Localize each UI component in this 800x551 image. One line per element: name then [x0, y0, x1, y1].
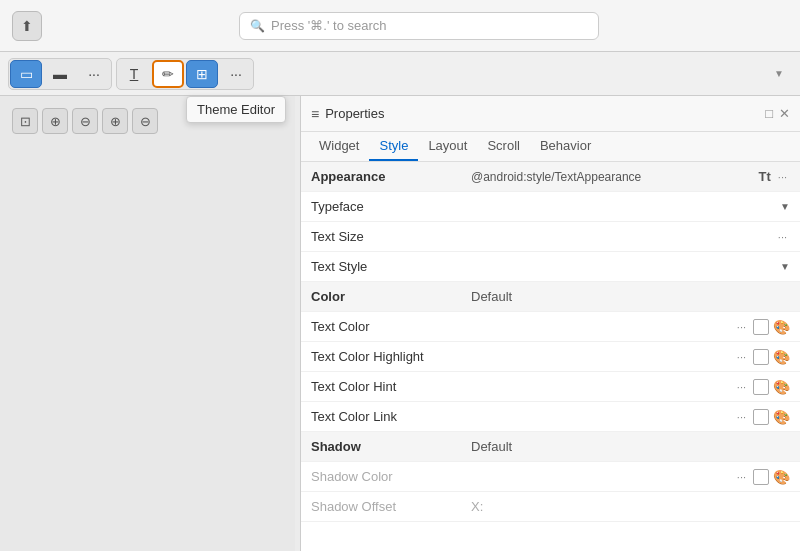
appearance-more-button[interactable]: ···: [775, 170, 790, 184]
grid-icon: ⊞: [196, 66, 208, 82]
shadow-section: Shadow Default: [301, 432, 800, 462]
zoom-in-icon: ⊕: [50, 114, 61, 129]
shadow-color-more-button[interactable]: ···: [734, 470, 749, 484]
properties-content: Appearance @android:style/TextAppearance…: [301, 162, 800, 551]
text-color-link-label: Text Color Link: [311, 409, 471, 424]
zoom-in-button[interactable]: ⊕: [42, 108, 68, 134]
text-color-link-actions: ··· 🎨: [734, 409, 790, 425]
tab-layout[interactable]: Layout: [418, 132, 477, 161]
text-size-row: Text Size ···: [301, 222, 800, 252]
phone-view-button[interactable]: ▭: [10, 60, 42, 88]
text-color-hint-swatch[interactable]: [753, 379, 769, 395]
text-color-hint-palette-icon[interactable]: 🎨: [773, 379, 790, 395]
tablet-icon: ▬: [53, 66, 67, 82]
text-color-more-button[interactable]: ···: [734, 320, 749, 334]
text-color-row: Text Color ··· 🎨: [301, 312, 800, 342]
grid-tool-button[interactable]: ⊞: [186, 60, 218, 88]
search-icon: 🔍: [250, 19, 265, 33]
typeface-label: Typeface: [311, 199, 471, 214]
text-color-highlight-row: Text Color Highlight ··· 🎨: [301, 342, 800, 372]
layout-icon: ⊡: [20, 114, 31, 129]
search-bar[interactable]: 🔍 Press '⌘.' to search: [239, 12, 599, 40]
text-tool-button[interactable]: T: [118, 60, 150, 88]
text-color-link-more-button[interactable]: ···: [734, 410, 749, 424]
shadow-color-row: Shadow Color ··· 🎨: [301, 462, 800, 492]
text-color-highlight-label: Text Color Highlight: [311, 349, 471, 364]
tooltip-text: Theme Editor: [197, 102, 275, 117]
appearance-value: @android:style/TextAppearance: [471, 170, 759, 184]
zoom-reset-icon: ⊖: [140, 114, 151, 129]
text-color-highlight-palette-icon[interactable]: 🎨: [773, 349, 790, 365]
tab-scroll[interactable]: Scroll: [477, 132, 530, 161]
shadow-color-actions: ··· 🎨: [734, 469, 790, 485]
tablet-view-button[interactable]: ▬: [44, 60, 76, 88]
pencil-icon: ✏: [162, 66, 174, 82]
color-label: Color: [311, 289, 471, 304]
text-size-label: Text Size: [311, 229, 471, 244]
typeface-row: Typeface ▼: [301, 192, 800, 222]
upload-button[interactable]: ⬆: [12, 11, 42, 41]
properties-list-icon: ≡: [311, 106, 319, 122]
text-icon: T: [130, 66, 139, 82]
tab-style[interactable]: Style: [369, 132, 418, 161]
zoom-out-button[interactable]: ⊖: [72, 108, 98, 134]
upload-icon: ⬆: [21, 18, 33, 34]
text-color-actions: ··· 🎨: [734, 319, 790, 335]
text-color-hint-row: Text Color Hint ··· 🎨: [301, 372, 800, 402]
shadow-offset-label: Shadow Offset: [311, 499, 471, 514]
text-style-label: Text Style: [311, 259, 471, 274]
color-default-value: Default: [471, 289, 790, 304]
panel-header: ≡ Properties □ ✕: [301, 96, 800, 132]
shadow-default-value: Default: [471, 439, 790, 454]
text-color-hint-more-button[interactable]: ···: [734, 380, 749, 394]
panel-tabs: Widget Style Layout Scroll Behavior: [301, 132, 800, 162]
pencil-tool-button[interactable]: ✏: [152, 60, 184, 88]
text-color-swatch[interactable]: [753, 319, 769, 335]
text-color-link-palette-icon[interactable]: 🎨: [773, 409, 790, 425]
text-color-highlight-swatch[interactable]: [753, 349, 769, 365]
text-appearance-icon[interactable]: Tt: [759, 169, 771, 184]
text-style-dropdown-arrow[interactable]: ▼: [780, 261, 790, 272]
text-size-more-button[interactable]: ···: [775, 230, 790, 244]
ellipsis-icon-1: ···: [88, 66, 100, 82]
color-section: Color Default: [301, 282, 800, 312]
text-color-highlight-more-button[interactable]: ···: [734, 350, 749, 364]
shadow-color-palette-icon[interactable]: 🎨: [773, 469, 790, 485]
second-toolbar: ▭ ▬ ··· T ✏ ⊞ ··· ▼ Theme Editor: [0, 52, 800, 96]
ellipsis-icon-2: ···: [230, 66, 242, 82]
panel-title: Properties: [325, 106, 759, 121]
appearance-label: Appearance: [311, 169, 471, 184]
text-color-highlight-actions: ··· 🎨: [734, 349, 790, 365]
text-color-hint-label: Text Color Hint: [311, 379, 471, 394]
typeface-dropdown-arrow[interactable]: ▼: [780, 201, 790, 212]
appearance-actions: Tt ···: [759, 169, 790, 184]
text-color-link-swatch[interactable]: [753, 409, 769, 425]
more-view-button[interactable]: ···: [78, 60, 110, 88]
search-placeholder: Press '⌘.' to search: [271, 18, 387, 33]
zoom-fit-button[interactable]: ⊕: [102, 108, 128, 134]
text-color-palette-icon[interactable]: 🎨: [773, 319, 790, 335]
properties-panel: ≡ Properties □ ✕ Widget Style Layout Scr…: [300, 96, 800, 551]
zoom-reset-button[interactable]: ⊖: [132, 108, 158, 134]
canvas-toolbar: ⊡ ⊕ ⊖ ⊕ ⊖: [8, 104, 162, 138]
close-icon[interactable]: ✕: [779, 106, 790, 121]
text-color-label: Text Color: [311, 319, 471, 334]
shadow-offset-value: X:: [471, 499, 790, 514]
more-tool-button[interactable]: ···: [220, 60, 252, 88]
minimize-icon[interactable]: □: [765, 106, 773, 121]
top-toolbar: ⬆ 🔍 Press '⌘.' to search: [0, 0, 800, 52]
appearance-section: Appearance @android:style/TextAppearance…: [301, 162, 800, 192]
tab-widget[interactable]: Widget: [309, 132, 369, 161]
text-color-link-row: Text Color Link ··· 🎨: [301, 402, 800, 432]
panel-header-icons: □ ✕: [765, 106, 790, 121]
view-toggle-group: ▭ ▬ ···: [8, 58, 112, 90]
shadow-color-swatch[interactable]: [753, 469, 769, 485]
chevron-down-icon: ▼: [774, 68, 792, 79]
zoom-fit-icon: ⊕: [110, 114, 121, 129]
theme-editor-tooltip: Theme Editor: [186, 96, 286, 123]
phone-icon: ▭: [20, 66, 33, 82]
tab-behavior[interactable]: Behavior: [530, 132, 601, 161]
text-color-hint-actions: ··· 🎨: [734, 379, 790, 395]
text-size-actions: ···: [775, 230, 790, 244]
layout-toggle-button[interactable]: ⊡: [12, 108, 38, 134]
